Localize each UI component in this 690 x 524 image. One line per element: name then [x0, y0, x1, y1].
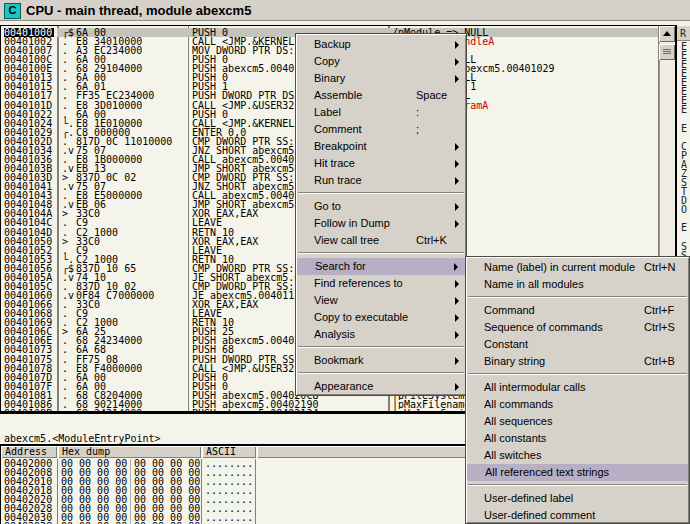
menu-item-label: All constants — [484, 432, 546, 444]
search-for-submenu: Name (label) in current moduleCtrl+NName… — [465, 256, 690, 524]
pane-border-top — [0, 25, 676, 26]
menu-item-shortcut: ; — [416, 123, 419, 135]
disasm-hexbytes: 68 24234000 — [76, 336, 186, 345]
context-menu-item-search-for[interactable]: Search for — [297, 258, 465, 275]
context-menu-item-assemble[interactable]: AssembleSpace — [296, 87, 466, 104]
submenu-arrow-icon — [455, 331, 459, 339]
menu-item-label: Follow in Dump — [314, 217, 390, 229]
menu-separator — [466, 293, 689, 302]
submenu-item-constant[interactable]: Constant — [466, 336, 689, 353]
menu-item-label: Go to — [314, 200, 341, 212]
context-menu-item-run-trace[interactable]: Run trace — [296, 172, 466, 189]
cpu-window-icon[interactable]: C — [4, 3, 21, 19]
disasm-hexbytes: 75 07 — [76, 146, 186, 155]
disasm-hexbytes: A3 EC234000 — [76, 46, 186, 55]
context-menu-item-binary[interactable]: Binary — [296, 70, 466, 87]
submenu-item-user-defined-comment[interactable]: User-defined comment — [466, 507, 689, 524]
context-menu-item-analysis[interactable]: Analysis — [296, 326, 466, 343]
menu-item-label: Copy to executable — [314, 311, 408, 323]
dump-header-address[interactable]: Address — [1, 446, 57, 458]
window-title: CPU - main thread, module abexcm5 — [26, 3, 251, 18]
submenu-item-name-label-in-current-module[interactable]: Name (label) in current moduleCtrl+N — [466, 259, 689, 276]
submenu-item-all-commands[interactable]: All commands — [466, 396, 689, 413]
menu-item-label: User-defined comment — [484, 509, 595, 521]
submenu-item-name-in-all-modules[interactable]: Name in all modules — [466, 276, 689, 293]
submenu-arrow-icon — [455, 203, 459, 211]
submenu-item-all-intermodular-calls[interactable]: All intermodular calls — [466, 379, 689, 396]
disasm-hexbytes: 837D 10 65 — [76, 264, 186, 273]
context-menu: BackupCopyBinaryAssembleSpaceLabel:Comme… — [295, 33, 467, 396]
submenu-item-all-switches[interactable]: All switches — [466, 447, 689, 464]
disasm-hexbytes: 33C0 — [76, 237, 186, 246]
menu-item-label: Name in all modules — [484, 278, 584, 290]
menu-item-label: Command — [484, 304, 535, 316]
menu-item-label: Run trace — [314, 174, 362, 186]
context-menu-item-backup[interactable]: Backup — [296, 36, 466, 53]
submenu-item-sequence-of-commands[interactable]: Sequence of commandsCtrl+S — [466, 319, 689, 336]
menu-separator — [296, 343, 466, 352]
menu-item-shortcut: Ctrl+S — [644, 321, 675, 333]
context-menu-item-bookmark[interactable]: Bookmark — [296, 352, 466, 369]
submenu-arrow-icon — [455, 314, 459, 322]
disasm-hexbytes: 75 07 — [76, 182, 186, 191]
disasm-hexbytes: 68 C8204000 — [76, 391, 186, 400]
menu-item-label: Label — [314, 106, 341, 118]
disasm-hexbytes: 6A 00 — [76, 373, 186, 382]
submenu-arrow-icon — [455, 220, 459, 228]
submenu-item-all-constants[interactable]: All constants — [466, 430, 689, 447]
menu-item-label: Appearance — [314, 380, 373, 392]
context-menu-item-find-references-to[interactable]: Find references to — [296, 275, 466, 292]
submenu-arrow-icon — [455, 41, 459, 49]
disasm-hexbytes: FF35 EC234000 — [76, 91, 186, 100]
dump-header-hex[interactable]: Hex dump — [58, 446, 201, 458]
submenu-item-binary-string[interactable]: Binary stringCtrl+B — [466, 353, 689, 370]
menu-item-shortcut: Ctrl+N — [644, 261, 675, 273]
context-menu-item-comment[interactable]: Comment; — [296, 121, 466, 138]
menu-item-label: Bookmark — [314, 354, 364, 366]
registers-title-letter: R — [680, 29, 686, 38]
menu-item-label: Backup — [314, 38, 351, 50]
disasm-hexbytes: EB 13 — [76, 164, 186, 173]
menu-item-shortcut: Ctrl+K — [416, 234, 447, 246]
submenu-item-user-defined-label[interactable]: User-defined label — [466, 490, 689, 507]
menu-item-label: Analysis — [314, 328, 355, 340]
context-menu-item-breakpoint[interactable]: Breakpoint — [296, 138, 466, 155]
menu-item-label: All intermodular calls — [484, 381, 585, 393]
disasm-hexbytes: EB 06 — [76, 200, 186, 209]
submenu-arrow-icon — [455, 357, 459, 365]
context-menu-item-label[interactable]: Label: — [296, 104, 466, 121]
submenu-item-all-referenced-text-strings[interactable]: All referenced text strings — [467, 464, 688, 481]
menu-separator — [466, 481, 689, 490]
context-menu-item-view-call-tree[interactable]: View call treeCtrl+K — [296, 232, 466, 249]
context-menu-item-follow-in-dump[interactable]: Follow in Dump — [296, 215, 466, 232]
menu-item-label: Breakpoint — [314, 140, 367, 152]
scrollbar-thumb[interactable] — [659, 44, 675, 60]
submenu-arrow-icon — [454, 263, 458, 271]
disasm-hexbytes: 6A 00 — [76, 110, 186, 119]
submenu-item-command[interactable]: CommandCtrl+F — [466, 302, 689, 319]
disasm-hexbytes: C2 1000 — [76, 228, 186, 237]
menu-separator — [296, 249, 466, 258]
disasm-hexbytes: C9 — [76, 218, 186, 227]
menu-item-label: Sequence of commands — [484, 321, 603, 333]
disasm-hexbytes: C9 — [76, 246, 186, 255]
submenu-item-all-sequences[interactable]: All sequences — [466, 413, 689, 430]
context-menu-item-copy[interactable]: Copy — [296, 53, 466, 70]
disasm-hexbytes: 6A 25 — [76, 327, 186, 336]
context-menu-item-hit-trace[interactable]: Hit trace — [296, 155, 466, 172]
disasm-hexbytes: E8 1B000000 — [76, 155, 186, 164]
dump-header-ascii[interactable]: ASCII — [202, 446, 256, 458]
menu-item-label: Binary string — [484, 355, 545, 367]
context-menu-item-copy-to-executable[interactable]: Copy to executable — [296, 309, 466, 326]
menu-item-label: Hit trace — [314, 157, 355, 169]
menu-item-shortcut: Ctrl+B — [644, 355, 675, 367]
register-pane-letter: E — [681, 105, 687, 114]
menu-item-label: Constant — [484, 338, 528, 350]
context-menu-item-appearance[interactable]: Appearance — [296, 378, 466, 395]
disasm-hexbytes: 6A 00 — [76, 73, 186, 82]
menu-item-label: All referenced text strings — [485, 466, 609, 478]
menu-item-shortcut: Space — [416, 89, 447, 101]
context-menu-item-view[interactable]: View — [296, 292, 466, 309]
scroll-up-button[interactable] — [659, 26, 675, 42]
context-menu-item-go-to[interactable]: Go to — [296, 198, 466, 215]
